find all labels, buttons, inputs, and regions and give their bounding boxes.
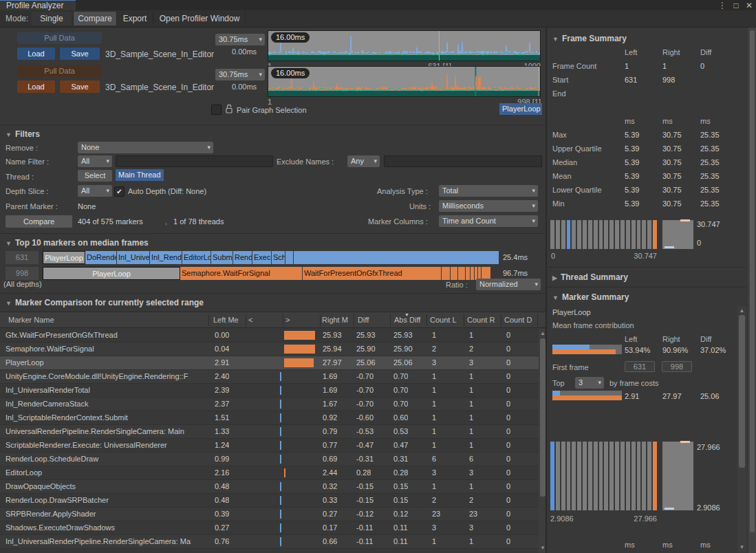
- range-dropdown-bottom[interactable]: 30.75ms▾: [215, 69, 265, 80]
- table-row[interactable]: ScriptableRenderer.Execute: UniversalRen…: [0, 439, 539, 453]
- remove-dropdown[interactable]: None▾: [78, 142, 213, 153]
- count-right-cell: 3: [469, 356, 473, 369]
- marker-segment[interactable]: PlayerLoop: [43, 267, 180, 280]
- marker-segment[interactable]: [442, 267, 451, 280]
- diff-bar: [280, 496, 281, 505]
- col-diff[interactable]: Diff: [358, 316, 385, 324]
- top-markers-bar-left[interactable]: PlayerLoopDoRenderlInl_UniversInl_Render…: [43, 251, 499, 264]
- marker-segment[interactable]: Rend: [233, 251, 252, 264]
- pull-data-button-right[interactable]: Pull Data: [17, 65, 102, 77]
- pull-data-button-left[interactable]: Pull Data: [17, 32, 102, 44]
- marker-segment[interactable]: WaitForPresentOnGfxThread: [303, 267, 442, 280]
- tab-profile-analyzer[interactable]: Profile Analyzer: [0, 0, 76, 10]
- count-diff-cell: 0: [506, 384, 510, 397]
- marker-segment[interactable]: [294, 251, 499, 264]
- marker-segment[interactable]: EditorLoo: [182, 251, 211, 264]
- frame-summary-header[interactable]: ▼Frame Summary: [552, 34, 627, 43]
- analysis-type-dropdown[interactable]: Total▾: [439, 185, 538, 197]
- chevron-down-icon: ▾: [259, 34, 262, 45]
- load-button-left[interactable]: Load: [17, 47, 55, 60]
- panel-scrollbar[interactable]: [748, 28, 756, 553]
- maximize-icon[interactable]: □: [731, 1, 742, 10]
- auto-depth-checkbox[interactable]: ✔: [114, 186, 125, 197]
- marker-segment[interactable]: Sch: [272, 251, 285, 264]
- table-row[interactable]: Gfx.WaitForPresentOnGfxThread0.0025.9325…: [0, 329, 539, 343]
- save-button-left[interactable]: Save: [60, 47, 100, 60]
- load-button-right[interactable]: Load: [17, 80, 55, 93]
- exclude-names-input[interactable]: [384, 155, 542, 167]
- table-row[interactable]: Inl_UniversalRenderPipeline.RenderSingle…: [0, 535, 539, 549]
- marker-segment[interactable]: DoRenderl: [85, 251, 117, 264]
- marker-segment[interactable]: Exec: [252, 251, 272, 264]
- count-left-cell: 1: [432, 439, 436, 452]
- unlock-icon[interactable]: [225, 104, 233, 116]
- name-filter-dropdown[interactable]: All▾: [78, 155, 112, 167]
- name-filter-input[interactable]: [116, 155, 273, 167]
- marker-summary-header[interactable]: ▼Marker Summary: [552, 292, 629, 302]
- table-row[interactable]: Shadows.ExecuteDrawShadows0.270.17-0.110…: [0, 521, 539, 535]
- col-count-left[interactable]: Count L: [430, 316, 463, 324]
- marker-segment[interactable]: [458, 267, 466, 280]
- pair-graph-checkbox[interactable]: [211, 105, 222, 115]
- table-row[interactable]: RenderLoop.DrawSRPBatcher0.480.33-0.150.…: [0, 494, 539, 508]
- ratio-dropdown[interactable]: Normalized▾: [476, 279, 541, 290]
- comparison-table-body: Gfx.WaitForPresentOnGfxThread0.0025.9325…: [0, 329, 539, 553]
- thread-summary-header[interactable]: ▶Thread Summary: [552, 272, 628, 282]
- first-frame-right-button[interactable]: 998: [662, 361, 692, 372]
- col-left-median[interactable]: Left Me: [213, 316, 244, 324]
- depth-slice-dropdown[interactable]: All▾: [78, 185, 112, 197]
- table-row[interactable]: PlayerLoop2.9127.9725.0625.06330: [0, 356, 539, 370]
- parent-marker-value: None: [78, 202, 96, 210]
- marker-columns-dropdown[interactable]: Time and Count▾: [439, 215, 538, 227]
- count-left-cell: 1: [432, 480, 436, 493]
- table-row[interactable]: EditorLoop2.162.440.280.28330: [0, 466, 539, 480]
- export-button[interactable]: Export: [117, 12, 153, 25]
- open-profiler-window-button[interactable]: Open Profiler Window: [154, 12, 246, 25]
- marker-segment[interactable]: Inl_Render: [150, 251, 182, 264]
- mode-single-button[interactable]: Single: [32, 12, 72, 25]
- range-dropdown-top[interactable]: 30.75ms▾: [215, 34, 265, 45]
- marker-segment[interactable]: Submi: [211, 251, 233, 264]
- table-row[interactable]: Inl_ScriptableRenderContext.Submit1.510.…: [0, 411, 539, 425]
- col-left-bar[interactable]: <: [248, 316, 262, 324]
- top-n-dropdown[interactable]: 3▾: [575, 377, 604, 389]
- marker-segment[interactable]: Inl_Univers: [117, 251, 150, 264]
- mode-compare-button[interactable]: Compare: [73, 12, 117, 25]
- exclude-names-dropdown[interactable]: Any▾: [347, 155, 380, 167]
- col-right-median[interactable]: Right M: [322, 316, 352, 324]
- thread-select-button[interactable]: Select: [78, 170, 112, 182]
- frame-time-graph-left[interactable]: 16.00ms: [268, 30, 541, 61]
- table-row[interactable]: DrawOpaqueObjects0.480.32-0.150.15110: [0, 480, 539, 494]
- marker-segment[interactable]: Semaphore.WaitForSignal: [180, 267, 303, 280]
- save-button-right[interactable]: Save: [60, 80, 100, 93]
- kebab-menu-icon[interactable]: ⋮: [717, 1, 728, 10]
- top10-section-header[interactable]: ▼Top 10 markers on median frames: [6, 238, 149, 248]
- col-count-diff[interactable]: Count D: [504, 316, 537, 324]
- table-row[interactable]: UnityEngine.CoreModule.dll!UnityEngine.R…: [0, 370, 539, 384]
- col-marker-name[interactable]: Marker Name: [8, 316, 204, 324]
- col-abs-diff[interactable]: Abs Diff: [394, 316, 424, 324]
- top-markers-bar-right[interactable]: PlayerLoopSemaphore.WaitForSignalWaitFor…: [43, 267, 499, 280]
- marker-segment[interactable]: [451, 267, 458, 280]
- table-row[interactable]: Inl_RenderCameraStack2.371.67-0.700.7011…: [0, 398, 539, 411]
- table-row[interactable]: UniversalRenderPipeline.RenderSingleCame…: [0, 425, 539, 439]
- col-count-right[interactable]: Count R: [467, 316, 499, 324]
- marker-segment[interactable]: [466, 267, 471, 280]
- count-diff-cell: 0: [506, 480, 510, 493]
- marker-segment[interactable]: [285, 251, 294, 264]
- table-row[interactable]: SRPBRender.ApplyShader0.390.27-0.120.122…: [0, 508, 539, 521]
- col-right-bar[interactable]: >: [285, 316, 299, 324]
- table-row[interactable]: RenderLoop.ScheduleDraw0.990.69-0.310.31…: [0, 453, 539, 466]
- marker-summary-scrollbar[interactable]: ▲ ▼: [737, 306, 746, 552]
- comparison-section-header[interactable]: ▼Marker Comparison for currently selecte…: [6, 298, 204, 307]
- table-row[interactable]: Inl_UniversalRenderTotal2.391.69-0.700.7…: [0, 384, 539, 398]
- units-dropdown[interactable]: Milliseconds▾: [439, 200, 538, 212]
- first-frame-left-button[interactable]: 631: [625, 361, 655, 372]
- close-icon[interactable]: ✕: [744, 1, 755, 10]
- panel-divider[interactable]: [546, 28, 547, 553]
- compare-button[interactable]: Compare: [6, 215, 72, 228]
- filters-section-header[interactable]: ▼Filters: [6, 129, 40, 139]
- frame-time-graph-right[interactable]: 16.00ms: [268, 66, 541, 97]
- table-row[interactable]: Semaphore.WaitForSignal0.0425.9425.9025.…: [0, 343, 539, 356]
- marker-segment[interactable]: PlayerLoop: [43, 251, 85, 264]
